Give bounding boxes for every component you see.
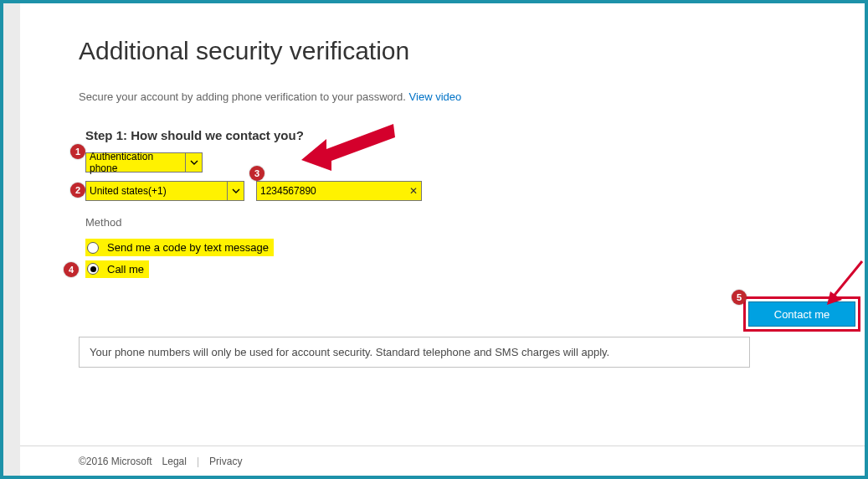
auth-method-value: Authentication phone bbox=[90, 151, 183, 174]
method-label: Method bbox=[85, 216, 806, 229]
step-1-heading: Step 1: How should we contact you? bbox=[85, 128, 806, 142]
annotation-badge-5: 5 bbox=[732, 290, 747, 305]
page-footer: ©2016 Microsoft Legal | Privacy bbox=[20, 446, 865, 476]
footer-privacy-link[interactable]: Privacy bbox=[209, 456, 242, 467]
annotation-badge-3: 3 bbox=[249, 166, 265, 181]
radio-text-message-row[interactable]: Send me a code by text message bbox=[85, 239, 274, 256]
svg-line-1 bbox=[832, 261, 862, 298]
radio-text-message-label: Send me a code by text message bbox=[107, 241, 269, 254]
radio-call-me-row[interactable]: Call me bbox=[85, 260, 149, 278]
page-subtitle: Secure your account by adding phone veri… bbox=[79, 90, 806, 103]
radio-icon bbox=[87, 263, 99, 275]
chevron-down-icon bbox=[185, 153, 202, 172]
left-gutter bbox=[3, 3, 20, 476]
page-content: Additional security verification Secure … bbox=[20, 3, 865, 476]
subtitle-text: Secure your account by adding phone veri… bbox=[79, 90, 409, 103]
annotation-badge-2: 2 bbox=[70, 183, 85, 198]
annotation-arrow-icon bbox=[301, 122, 402, 181]
radio-call-me-label: Call me bbox=[107, 263, 144, 276]
footer-separator: | bbox=[197, 456, 199, 467]
annotation-arrow-icon bbox=[827, 258, 868, 305]
radio-icon bbox=[87, 242, 99, 254]
country-code-value: United states(+1) bbox=[90, 185, 167, 197]
annotation-badge-4: 4 bbox=[64, 262, 79, 277]
phone-number-input[interactable]: 1234567890 ✕ bbox=[256, 181, 422, 201]
view-video-link[interactable]: View video bbox=[409, 90, 462, 103]
footer-legal-link[interactable]: Legal bbox=[162, 456, 187, 467]
auth-method-select[interactable]: Authentication phone bbox=[85, 152, 203, 173]
phone-number-value: 1234567890 bbox=[260, 185, 316, 197]
clear-input-icon[interactable]: ✕ bbox=[409, 185, 418, 197]
page-title: Additional security verification bbox=[79, 37, 806, 65]
country-code-select[interactable]: United states(+1) bbox=[85, 181, 244, 201]
contact-me-button[interactable]: Contact me bbox=[748, 301, 855, 327]
security-notice: Your phone numbers will only be used for… bbox=[79, 337, 750, 368]
svg-marker-0 bbox=[301, 124, 395, 171]
chevron-down-icon bbox=[227, 182, 244, 200]
footer-copyright: ©2016 Microsoft bbox=[79, 456, 152, 467]
annotation-badge-1: 1 bbox=[70, 144, 85, 159]
